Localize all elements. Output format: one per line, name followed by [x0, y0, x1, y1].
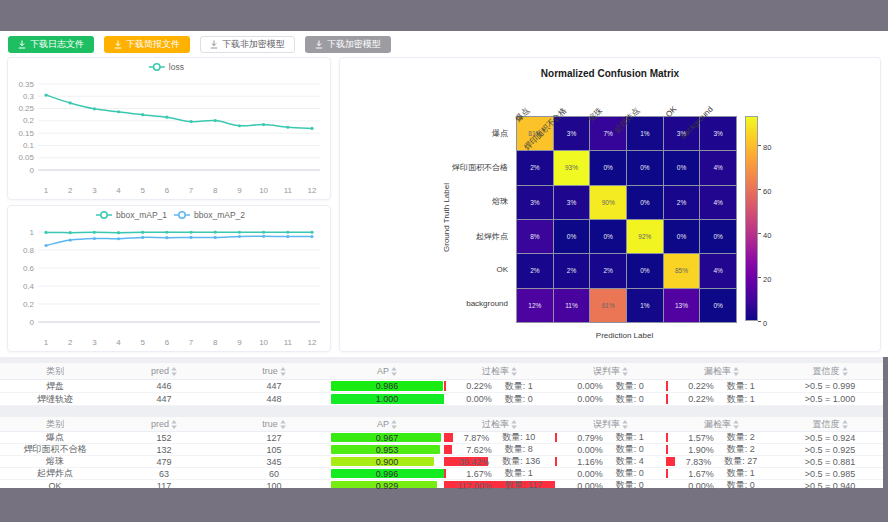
- col-header-true[interactable]: true: [218, 363, 330, 379]
- sort-caret-icon[interactable]: [171, 367, 177, 376]
- col-header-miss[interactable]: 漏检率: [666, 363, 777, 379]
- matrix-row-label: 起焊炸点: [476, 231, 508, 242]
- sort-caret-icon[interactable]: [171, 420, 177, 429]
- download-icon: [315, 40, 323, 49]
- matrix-cell: 3%: [554, 186, 590, 219]
- rate-bar: [555, 457, 557, 466]
- col-header-conf[interactable]: 置信度: [777, 363, 883, 379]
- col-header-category: 类别: [0, 417, 110, 431]
- confusion-matrix-grid: 81%3%7%1%3%3%2%93%0%0%0%4%3%3%90%0%2%4%8…: [516, 116, 737, 323]
- rate-cell: 0.00%数量: 0: [444, 393, 555, 405]
- y-tick-label: 0.25: [18, 104, 34, 113]
- bbox-map-chart: 00.20.40.60.81123456789101112bbox_mAP_1b…: [8, 206, 330, 351]
- true-cell: 105: [218, 444, 330, 455]
- col-header-category: 类别: [0, 363, 110, 379]
- legend-item[interactable]: bbox_mAP_1: [116, 210, 167, 220]
- y-tick-label: 0.35: [18, 80, 34, 89]
- rate-cell: 0.22%数量: 1: [666, 393, 777, 405]
- metrics-tables-section: 类别predtrueAP过检率误判率漏检率置信度焊盘4464470.9860.2…: [0, 357, 883, 488]
- y-tick-label: 1: [30, 228, 35, 237]
- matrix-cell: 0%: [627, 186, 663, 219]
- download-unencrypted-model-button[interactable]: 下载非加密模型: [200, 36, 295, 53]
- rate-value: 1.67%: [688, 469, 714, 479]
- legend-item[interactable]: bbox_mAP_2: [194, 210, 245, 220]
- col-header-label: 类别: [46, 418, 64, 431]
- colorbar-tick-label: 40: [763, 230, 771, 239]
- sort-caret-icon[interactable]: [733, 420, 739, 429]
- rate-count: 数量: 0: [505, 393, 533, 405]
- col-header-ap[interactable]: AP: [330, 363, 444, 379]
- matrix-cell: 0%: [590, 151, 626, 184]
- true-cell: 345: [218, 456, 330, 467]
- rate-cell: 7.83%数量: 27: [666, 456, 777, 467]
- download-icon: [210, 40, 218, 49]
- sort-caret-icon[interactable]: [842, 367, 848, 376]
- col-header-over[interactable]: 过检率: [444, 363, 555, 379]
- rate-count: 数量: 117: [505, 480, 542, 491]
- colorbar-tick-label: 60: [763, 186, 771, 195]
- rate-cell: 0.22%数量: 1: [666, 380, 777, 392]
- sort-caret-icon[interactable]: [280, 420, 286, 429]
- category-cell: 起焊炸点: [0, 468, 110, 479]
- sort-caret-icon[interactable]: [842, 420, 848, 429]
- pred-cell: 152: [110, 432, 218, 443]
- rate-value: 1.16%: [577, 457, 603, 467]
- rate-value: 0.79%: [577, 433, 603, 443]
- x-tick-label: 10: [259, 186, 268, 195]
- col-header-true[interactable]: true: [218, 417, 330, 431]
- download-report-button[interactable]: 下载简报文件: [104, 36, 190, 53]
- col-header-mis[interactable]: 误判率: [555, 417, 666, 431]
- col-header-label: AP: [377, 366, 389, 376]
- sort-caret-icon[interactable]: [391, 367, 397, 376]
- matrix-cell: 3%: [700, 117, 736, 150]
- rate-cell: 0.79%数量: 1: [555, 432, 666, 443]
- x-tick-label: 11: [284, 338, 293, 347]
- sort-caret-icon[interactable]: [391, 420, 397, 429]
- dashboard-page: 下载日志文件 下载简报文件 下载非加密模型 下载加密模型 00.050.10.1…: [0, 0, 888, 522]
- ap-value: 1.000: [376, 394, 399, 404]
- download-encrypted-model-button[interactable]: 下载加密模型: [305, 36, 391, 53]
- matrix-cell: 0%: [664, 220, 700, 253]
- rate-value: 7.62%: [466, 445, 492, 455]
- download-log-button[interactable]: 下载日志文件: [8, 36, 94, 53]
- col-header-miss[interactable]: 漏检率: [666, 417, 777, 431]
- col-header-conf[interactable]: 置信度: [777, 417, 883, 431]
- matrix-y-axis-label: Ground Truth Label: [442, 167, 451, 267]
- rate-count: 数量: 1: [616, 432, 644, 443]
- sort-caret-icon[interactable]: [511, 420, 517, 429]
- matrix-cell: 12%: [517, 289, 553, 322]
- col-header-label: 漏检率: [704, 365, 731, 378]
- rate-count: 数量: 136: [502, 456, 540, 467]
- y-tick-label: 0.2: [23, 300, 35, 309]
- rate-value: 39.42%: [459, 457, 490, 467]
- legend-item[interactable]: loss: [169, 62, 184, 72]
- col-header-pred[interactable]: pred: [110, 363, 218, 379]
- col-header-over[interactable]: 过检率: [444, 417, 555, 431]
- col-header-label: 漏检率: [704, 418, 731, 431]
- detection-metrics-table: 类别predtrueAP过检率误判率漏检率置信度焊盘4464470.9860.2…: [0, 363, 883, 406]
- rate-cell: 1.67%数量: 1: [666, 468, 777, 479]
- rate-bar: [666, 394, 668, 404]
- x-tick-label: 7: [189, 338, 194, 347]
- col-header-label: 误判率: [593, 365, 620, 378]
- matrix-cell: 3%: [517, 186, 553, 219]
- rate-count: 数量: 2: [727, 444, 755, 455]
- col-header-pred[interactable]: pred: [110, 417, 218, 431]
- rate-count: 数量: 0: [616, 393, 644, 405]
- col-header-ap[interactable]: AP: [330, 417, 444, 431]
- sort-caret-icon[interactable]: [622, 367, 628, 376]
- sort-caret-icon[interactable]: [280, 367, 286, 376]
- sort-caret-icon[interactable]: [622, 420, 628, 429]
- bottom-window-bar: [0, 488, 888, 522]
- col-header-label: AP: [377, 419, 389, 429]
- rate-value: 0.00%: [688, 481, 714, 491]
- col-header-mis[interactable]: 误判率: [555, 363, 666, 379]
- rate-value: 0.22%: [688, 381, 714, 391]
- true-cell: 127: [218, 432, 330, 443]
- sort-caret-icon[interactable]: [511, 367, 517, 376]
- x-tick-label: 7: [189, 186, 194, 195]
- sort-caret-icon[interactable]: [733, 367, 739, 376]
- rate-count: 数量: 0: [616, 468, 644, 479]
- ap-value: 0.996: [376, 469, 399, 479]
- col-header-label: true: [262, 419, 278, 429]
